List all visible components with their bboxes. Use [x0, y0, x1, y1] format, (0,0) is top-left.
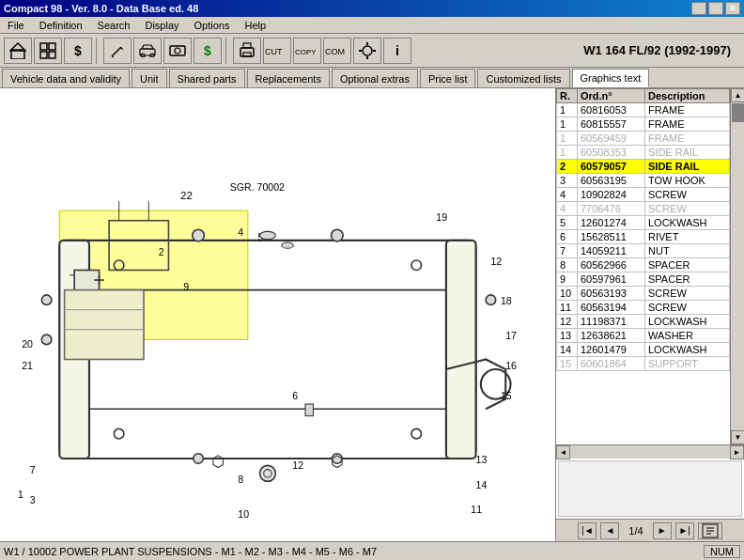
- close-button[interactable]: ✕: [725, 2, 740, 15]
- cell-desc: FRAME: [645, 132, 730, 146]
- svg-rect-2: [40, 43, 47, 50]
- table-row[interactable]: 6 15628511 RIVET: [557, 230, 730, 244]
- cell-desc: RIVET: [645, 230, 730, 244]
- svg-point-55: [194, 454, 204, 464]
- cell-r: 8: [557, 258, 578, 272]
- svg-text:15: 15: [501, 390, 512, 401]
- menu-file[interactable]: File: [4, 17, 28, 34]
- menu-definition[interactable]: Definition: [36, 17, 86, 34]
- svg-text:10: 10: [238, 508, 249, 520]
- table-row[interactable]: 1 60508353 SIDE RAIL: [557, 146, 730, 160]
- svg-point-21: [363, 46, 372, 55]
- cell-desc: WASHER: [645, 329, 730, 343]
- tab-graphics-text[interactable]: Graphics text: [572, 69, 650, 87]
- table-row[interactable]: 4 7706476 SCREW: [557, 202, 730, 216]
- window-controls[interactable]: _ □ ✕: [691, 2, 740, 15]
- cell-r: 1: [557, 146, 578, 160]
- toolbar-dollar2[interactable]: $: [194, 38, 222, 64]
- table-row[interactable]: 4 10902824 SCREW: [557, 188, 730, 202]
- cell-ord: 14059211: [578, 244, 645, 258]
- svg-marker-10: [142, 45, 153, 49]
- tab-replacements[interactable]: Replacements: [247, 69, 330, 87]
- table-row[interactable]: 12 11198371 LOCKWASH: [557, 315, 730, 329]
- svg-point-83: [260, 231, 276, 239]
- svg-rect-85: [305, 404, 313, 416]
- parts-panel: R. Ord.n° Description 1 60816053 FRAME 1…: [556, 88, 744, 541]
- table-row[interactable]: 10 60563193 SCREW: [557, 287, 730, 301]
- cell-r: 6: [557, 230, 578, 244]
- last-page-button[interactable]: ►|: [675, 522, 694, 539]
- tab-unit[interactable]: Unit: [132, 69, 167, 87]
- table-row[interactable]: 8 60562966 SPACER: [557, 258, 730, 272]
- svg-text:2: 2: [159, 246, 164, 257]
- cell-ord: 60816053: [578, 103, 645, 117]
- toolbar-cut[interactable]: CUT: [263, 38, 291, 64]
- toolbar-money[interactable]: [163, 38, 192, 64]
- toolbar-grid[interactable]: [34, 38, 62, 64]
- export-button[interactable]: [698, 522, 722, 539]
- cell-r: 13: [557, 329, 578, 343]
- table-row[interactable]: 14 12601479 LOCKWASH: [557, 343, 730, 357]
- svg-rect-43: [65, 290, 144, 360]
- toolbar-pencil[interactable]: [103, 38, 132, 64]
- table-row[interactable]: 1 60816053 FRAME: [557, 103, 730, 117]
- table-row[interactable]: 3 60563195 TOW HOOK: [557, 174, 730, 188]
- svg-point-84: [282, 242, 294, 248]
- table-row[interactable]: 9 60597961 SPACER: [557, 272, 730, 287]
- table-row[interactable]: 15 60601864 SUPPORT: [557, 357, 730, 371]
- toolbar-copy[interactable]: COPY: [293, 38, 321, 64]
- svg-text:19: 19: [436, 211, 447, 223]
- table-row[interactable]: 1 60815557 FRAME: [557, 117, 730, 132]
- prev-page-button[interactable]: ◄: [600, 522, 619, 539]
- table-row[interactable]: 7 14059211 NUT: [557, 244, 730, 258]
- cell-desc: SIDE RAIL: [645, 146, 730, 160]
- table-row[interactable]: 11 60563194 SCREW: [557, 301, 730, 315]
- scroll-left-arrow[interactable]: ◄: [556, 445, 570, 459]
- cell-ord: 7706476: [578, 202, 645, 216]
- toolbar-home[interactable]: [4, 38, 32, 64]
- horizontal-scrollbar[interactable]: ◄ ►: [556, 444, 744, 459]
- table-row[interactable]: 1 60569459 FRAME: [557, 132, 730, 146]
- cell-ord: 60508353: [578, 146, 645, 160]
- svg-marker-86: [213, 456, 224, 468]
- svg-text:3: 3: [30, 494, 36, 506]
- toolbar-com[interactable]: COM: [323, 38, 351, 64]
- col-header-r: R.: [557, 89, 578, 103]
- tab-price-list[interactable]: Price list: [420, 69, 476, 87]
- next-page-button[interactable]: ►: [653, 522, 672, 539]
- toolbar-dollar[interactable]: $: [64, 38, 92, 64]
- scroll-up-arrow[interactable]: ▲: [731, 88, 744, 102]
- toolbar-print[interactable]: [233, 38, 261, 64]
- tab-shared-parts[interactable]: Shared parts: [169, 69, 245, 87]
- scroll-down-arrow[interactable]: ▼: [731, 430, 744, 444]
- tab-customized-lists[interactable]: Customized lists: [477, 69, 569, 87]
- menu-help[interactable]: Help: [240, 17, 270, 34]
- tab-bar: Vehicle data and validity Unit Shared pa…: [0, 68, 744, 88]
- tab-vehicle-data[interactable]: Vehicle data and validity: [2, 69, 130, 87]
- menu-display[interactable]: Display: [141, 17, 182, 34]
- vertical-scrollbar[interactable]: ▲ ▼: [730, 88, 744, 444]
- svg-text:14: 14: [476, 479, 488, 490]
- tab-optional-extras[interactable]: Optional extras: [332, 69, 418, 87]
- first-page-button[interactable]: |◄: [578, 522, 597, 539]
- table-row[interactable]: 5 12601274 LOCKWASH: [557, 216, 730, 230]
- menu-search[interactable]: Search: [94, 17, 134, 34]
- table-row[interactable]: 13 12638621 WASHER: [557, 329, 730, 343]
- table-row[interactable]: 2 60579057 SIDE RAIL: [557, 160, 730, 174]
- toolbar-car[interactable]: [133, 38, 162, 64]
- svg-line-6: [112, 47, 121, 56]
- scroll-thumb[interactable]: [732, 103, 744, 122]
- cell-desc: LOCKWASH: [645, 216, 730, 230]
- cell-r: 15: [557, 357, 578, 371]
- drawing-area: 22 SGR. 70002 19 12 18 17 16 15 4 5 2 9 …: [0, 88, 556, 541]
- app-title: Compact 98 - Ver. 8.0 - Data Base ed. 48: [4, 3, 198, 14]
- scroll-right-arrow[interactable]: ►: [730, 445, 744, 459]
- toolbar-info[interactable]: i: [383, 38, 411, 64]
- svg-text:CUT: CUT: [265, 47, 283, 56]
- page-indicator: 1/4: [623, 525, 648, 537]
- detail-image: [558, 460, 742, 517]
- maximize-button[interactable]: □: [708, 2, 723, 15]
- toolbar-settings[interactable]: [353, 38, 381, 64]
- minimize-button[interactable]: _: [691, 2, 706, 15]
- menu-options[interactable]: Options: [191, 17, 234, 34]
